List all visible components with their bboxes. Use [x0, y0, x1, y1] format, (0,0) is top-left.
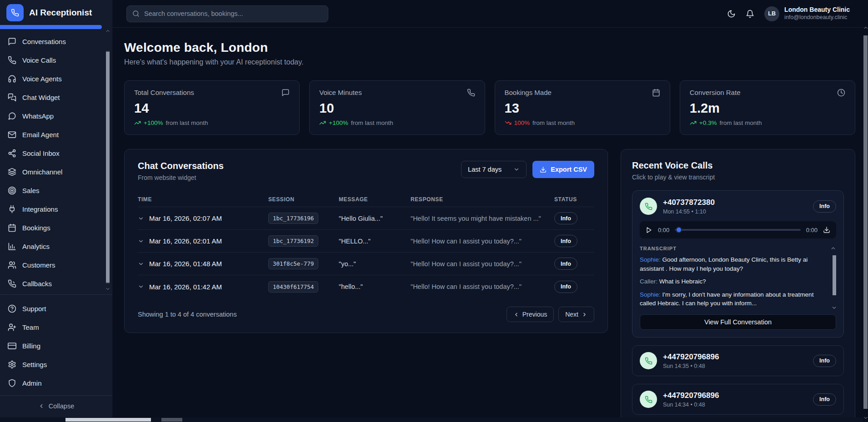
sidebar-item-settings[interactable]: Settings: [0, 355, 112, 374]
sidebar-item-callbacks[interactable]: Callbacks: [0, 274, 112, 293]
column-header-message: MESSAGE: [339, 196, 411, 203]
sidebar-scrollbar-thumb[interactable]: [106, 52, 110, 283]
sidebar-scrollbar[interactable]: [105, 28, 110, 292]
cell-time: Mar 16, 2026, 01:48 AM: [149, 260, 222, 268]
transcript-scrollbar[interactable]: [832, 255, 836, 309]
trending-up-icon: [690, 119, 697, 126]
info-button[interactable]: Info: [813, 393, 836, 406]
sidebar-item-chat-widget[interactable]: Chat Widget: [0, 88, 112, 107]
sidebar-item-sales[interactable]: Sales: [0, 181, 112, 200]
voice-call-item[interactable]: +447920796896 Sun 14:35 • 0:48 Info: [632, 345, 844, 376]
previous-page-button[interactable]: Previous: [507, 307, 554, 322]
scroll-up-icon[interactable]: [863, 25, 868, 30]
date-range-select[interactable]: Last 7 days: [461, 161, 527, 178]
cell-response: "Hello! How can I assist you today?...": [411, 238, 554, 245]
page-horizontal-scrollbar[interactable]: [0, 417, 863, 422]
account-menu[interactable]: LB London Beauty Clinic info@londonbeaut…: [764, 6, 850, 21]
export-csv-button[interactable]: Export CSV: [532, 161, 594, 178]
transcript-scrollbar-thumb[interactable]: [833, 255, 836, 295]
sidebar-item-voice-calls[interactable]: Voice Calls: [0, 51, 112, 70]
trending-down-icon: [505, 119, 512, 126]
download-audio-button[interactable]: [823, 226, 830, 233]
player-current-time: 0:00: [658, 227, 669, 233]
call-meta: Sun 14:34 • 0:48: [663, 402, 719, 408]
account-email: info@londonbeauty.clinic: [784, 14, 850, 21]
stat-trend-suffix: from last month: [532, 119, 575, 126]
gear-icon: [8, 360, 16, 369]
page-scrollbar-thumb[interactable]: [863, 35, 868, 409]
sidebar-collapse-button[interactable]: Collapse: [0, 395, 112, 417]
global-search[interactable]: [126, 5, 328, 22]
sidebar-item-email-agent[interactable]: Email Agent: [0, 125, 112, 144]
cell-response: "Hello! How can I assist you today?...": [411, 260, 554, 268]
sidebar-item-omnichannel[interactable]: Omnichannel: [0, 163, 112, 181]
seek-thumb[interactable]: [676, 227, 682, 233]
sidebar-item-social-inbox[interactable]: Social Inbox: [0, 144, 112, 163]
sidebar-item-label: Social Inbox: [22, 149, 60, 157]
chevron-down-icon[interactable]: [138, 283, 144, 290]
info-button[interactable]: Info: [554, 235, 577, 247]
chevron-up-icon[interactable]: [830, 245, 836, 251]
horizontal-scrollbar-thumb-secondary[interactable]: [161, 418, 182, 422]
seek-slider[interactable]: [675, 227, 800, 233]
next-page-button[interactable]: Next: [558, 307, 594, 322]
voice-call-item[interactable]: +447920796896 Sun 14:34 • 0:48 Info: [632, 384, 844, 415]
page-subtitle: Here's what's happening with your AI rec…: [124, 58, 855, 66]
voice-call-header[interactable]: +40737872380 Mon 14:55 • 1:10 Info: [640, 198, 836, 215]
sidebar-item-integrations[interactable]: Integrations: [0, 200, 112, 218]
transcript-body: Sophie: Good afternoon, London Beauty Cl…: [640, 255, 836, 309]
horizontal-scrollbar-thumb[interactable]: [65, 418, 151, 422]
chat-panel-subtitle: From website widget: [138, 174, 224, 181]
scroll-down-icon[interactable]: [105, 286, 110, 292]
scroll-up-icon[interactable]: [105, 28, 110, 34]
chevron-down-icon[interactable]: [138, 238, 144, 244]
sidebar-item-whatsapp[interactable]: WhatsApp: [0, 107, 112, 125]
next-label: Next: [565, 311, 578, 318]
info-button[interactable]: Info: [554, 212, 577, 224]
info-button[interactable]: Info: [554, 258, 577, 270]
sidebar-item-label: Analytics: [22, 243, 50, 250]
sidebar-item-analytics[interactable]: Analytics: [0, 237, 112, 256]
sidebar-item-voice-agents[interactable]: Voice Agents: [0, 70, 112, 88]
conversations-table: TIME SESSION MESSAGE RESPONSE STATUS Mar…: [138, 192, 594, 298]
stat-trend-value: 100%: [514, 119, 530, 126]
audio-player: 0:00 0:00: [640, 221, 836, 238]
stat-label: Voice Minutes: [319, 89, 361, 96]
chevron-down-icon[interactable]: [831, 305, 836, 309]
play-button[interactable]: [646, 227, 652, 233]
dark-mode-toggle[interactable]: [727, 10, 736, 18]
table-row[interactable]: Mar 16, 2026, 01:42 AM 10430f617754 "hel…: [138, 275, 594, 298]
stat-trend-value: +100%: [329, 119, 348, 126]
sidebar-item-team[interactable]: Team: [0, 318, 112, 337]
info-button[interactable]: Info: [554, 281, 577, 293]
notifications-button[interactable]: [746, 10, 754, 18]
sidebar-item-customers[interactable]: Customers: [0, 256, 112, 274]
stat-value: 13: [505, 101, 660, 116]
sidebar-item-conversations[interactable]: Conversations: [0, 32, 112, 51]
page-vertical-scrollbar[interactable]: [863, 25, 868, 422]
sidebar-scrollbar-track[interactable]: [106, 51, 110, 283]
search-input[interactable]: [144, 10, 322, 17]
table-row[interactable]: Mar 16, 2026, 01:48 AM 301f8c5e-779 "yo.…: [138, 253, 594, 275]
cell-time: Mar 16, 2026, 01:42 AM: [149, 283, 222, 291]
table-row[interactable]: Mar 16, 2026, 02:07 AM 1bc_17736196 "Hel…: [138, 207, 594, 230]
voice-panel-subtitle: Click to play & view transcript: [632, 174, 844, 181]
sidebar-item-bookings[interactable]: Bookings: [0, 218, 112, 237]
moon-icon: [727, 10, 736, 18]
stat-label: Conversion Rate: [690, 89, 741, 96]
sidebar-item-label: Integrations: [22, 205, 58, 213]
sidebar-item-admin[interactable]: Admin: [0, 374, 112, 392]
table-row[interactable]: Mar 16, 2026, 02:01 AM 1bc_17736192 "HEL…: [138, 230, 594, 253]
topbar-actions: LB London Beauty Clinic info@londonbeaut…: [727, 6, 850, 21]
scroll-down-icon[interactable]: [863, 415, 868, 421]
info-button[interactable]: Info: [813, 200, 836, 213]
sidebar-item-billing[interactable]: Billing: [0, 337, 112, 355]
chevron-down-icon[interactable]: [138, 261, 144, 267]
sidebar-item-support[interactable]: Support: [0, 299, 112, 318]
phone-callback-icon: [8, 279, 16, 288]
calendar-icon: [652, 89, 660, 97]
player-total-time: 0:00: [806, 227, 818, 233]
info-button[interactable]: Info: [813, 355, 836, 367]
chevron-down-icon[interactable]: [138, 215, 144, 222]
view-full-conversation-button[interactable]: View Full Conversation: [640, 314, 836, 330]
